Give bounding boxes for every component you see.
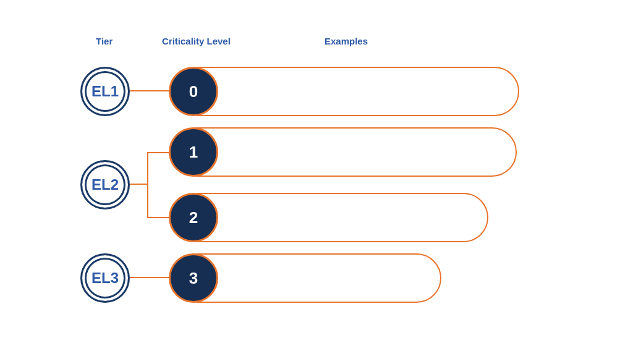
header-examples: Examples [325,36,368,46]
criticality-level2-node: 2 [169,193,218,242]
example-pill-level1 [173,127,517,177]
criticality-level0-label: 0 [189,82,198,101]
connector-el2-stem [130,184,148,185]
diagram-canvas: Tier Criticality Level Examples EL1 EL2 … [0,0,633,364]
tier-el2-label: EL2 [91,176,119,193]
tier-el2-node: EL2 [80,160,130,210]
example-pill-level2 [173,193,488,242]
criticality-level2-label: 2 [189,208,198,227]
tier-el3-node: EL3 [80,253,130,303]
connector-el1 [130,90,169,91]
header-tier: Tier [96,36,113,46]
tier-el1-node: EL1 [80,67,130,116]
criticality-level1-label: 1 [189,143,198,162]
header-criticality: Criticality Level [162,36,231,46]
connector-el2-branch-top [147,152,169,153]
connector-el3 [130,277,169,278]
criticality-level3-node: 3 [169,253,218,303]
connector-el2-branch-bottom [147,217,169,218]
criticality-level3-label: 3 [189,269,198,288]
tier-el3-label: EL3 [91,269,119,287]
connector-el2-vertical [147,152,148,217]
criticality-level1-node: 1 [169,127,218,177]
example-pill-level0 [173,67,519,116]
criticality-level0-node: 0 [169,67,218,116]
tier-el1-label: EL1 [91,83,119,100]
